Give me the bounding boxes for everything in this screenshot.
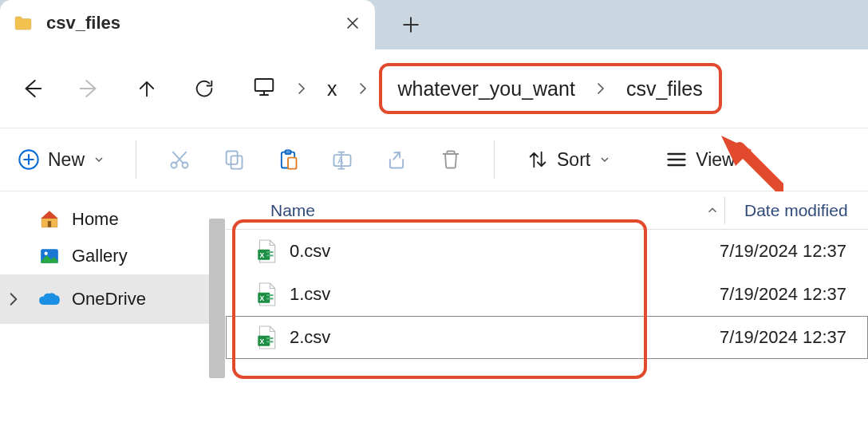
- svg-rect-27: [266, 341, 274, 342]
- chevron-right-icon[interactable]: [6, 292, 21, 306]
- up-button[interactable]: [128, 69, 166, 108]
- breadcrumb-seg-3[interactable]: csv_files: [626, 77, 703, 101]
- chevron-down-icon: [745, 155, 755, 164]
- plus-circle-icon: [18, 148, 40, 171]
- chevron-right-icon: [357, 82, 369, 95]
- tab-strip: csv_files: [0, 0, 868, 49]
- chevron-right-icon: [295, 82, 308, 95]
- view-button[interactable]: View: [665, 148, 754, 171]
- svg-rect-9: [288, 158, 297, 169]
- gallery-icon: [38, 246, 61, 266]
- delete-button[interactable]: [440, 148, 462, 171]
- tab-title: csv_files: [46, 13, 345, 34]
- file-name-label: 0.csv: [290, 241, 330, 262]
- chevron-up-icon: [707, 207, 718, 214]
- svg-rect-12: [48, 221, 51, 227]
- csv-file-icon: X: [256, 325, 277, 349]
- chevron-down-icon: [600, 155, 610, 164]
- csv-file-icon: X: [256, 282, 277, 306]
- view-icon: [665, 148, 688, 171]
- paste-icon: [277, 148, 299, 171]
- column-date[interactable]: Date modified: [725, 201, 868, 220]
- trash-icon: [440, 148, 462, 171]
- sidebar: Home Gallery OneDrive: [0, 191, 226, 426]
- separator: [494, 140, 495, 179]
- sidebar-item-gallery[interactable]: Gallery: [0, 238, 225, 274]
- new-label: New: [48, 149, 85, 171]
- rename-icon: A: [331, 148, 353, 171]
- svg-rect-26: [266, 337, 274, 339]
- copy-button[interactable]: [223, 148, 245, 171]
- chevron-right-icon: [594, 82, 607, 95]
- close-tab-button[interactable]: [345, 15, 361, 31]
- paste-button[interactable]: [277, 148, 299, 171]
- refresh-button[interactable]: [185, 69, 223, 108]
- cut-button[interactable]: [168, 148, 191, 171]
- file-date-label: 7/19/2024 12:37: [700, 241, 846, 262]
- svg-rect-0: [255, 79, 274, 91]
- sort-label: Sort: [557, 149, 590, 171]
- file-name-label: 1.csv: [290, 284, 330, 305]
- breadcrumb-seg-2[interactable]: whatever_you_want: [398, 77, 575, 101]
- toolbar: New A Sort View: [0, 128, 868, 191]
- file-row[interactable]: X 2.csv 7/19/2024 12:37: [226, 316, 868, 359]
- scrollbar-thumb[interactable]: [209, 219, 225, 378]
- sidebar-item-onedrive[interactable]: OneDrive: [0, 274, 225, 324]
- sidebar-item-label: Home: [72, 209, 119, 230]
- sidebar-item-label: Gallery: [72, 246, 128, 266]
- navigation-bar: x whatever_you_want csv_files: [0, 49, 868, 128]
- breadcrumb-prefix: x: [249, 63, 373, 114]
- svg-rect-22: [266, 294, 274, 296]
- main-area: Home Gallery OneDrive Name Date modified…: [0, 191, 868, 426]
- svg-rect-6: [231, 156, 243, 168]
- csv-file-icon: X: [256, 239, 277, 263]
- scissors-icon: [168, 148, 191, 171]
- breadcrumb-pc[interactable]: [252, 75, 276, 102]
- svg-text:X: X: [259, 294, 264, 302]
- file-name-label: 2.csv: [290, 327, 330, 348]
- file-date-label: 7/19/2024 12:37: [700, 284, 846, 305]
- file-row[interactable]: X 0.csv 7/19/2024 12:37: [226, 230, 868, 273]
- file-date-label: 7/19/2024 12:37: [700, 327, 846, 348]
- arrow-up-icon: [136, 77, 158, 100]
- sort-indicator: [700, 207, 724, 214]
- rename-button[interactable]: A: [331, 148, 353, 171]
- svg-point-15: [45, 252, 48, 255]
- active-tab[interactable]: csv_files: [0, 0, 375, 49]
- refresh-icon: [193, 77, 215, 100]
- arrow-right-icon: [77, 77, 101, 101]
- sort-icon: [527, 148, 549, 171]
- new-button[interactable]: New: [18, 148, 104, 171]
- home-icon: [38, 209, 61, 230]
- breadcrumb-seg-1[interactable]: x: [327, 77, 337, 101]
- sidebar-item-home[interactable]: Home: [0, 201, 225, 238]
- share-button[interactable]: [385, 148, 408, 171]
- arrow-left-icon: [20, 77, 44, 101]
- view-label: View: [696, 149, 735, 171]
- forward-button[interactable]: [70, 69, 108, 108]
- svg-rect-19: [266, 254, 274, 256]
- column-name[interactable]: Name: [226, 201, 700, 220]
- column-headers: Name Date modified: [226, 191, 868, 230]
- breadcrumb-highlight: whatever_you_want csv_files: [379, 63, 722, 114]
- close-icon: [346, 17, 359, 30]
- file-row[interactable]: X 1.csv 7/19/2024 12:37: [226, 273, 868, 316]
- svg-text:X: X: [259, 337, 264, 345]
- svg-rect-18: [266, 251, 274, 253]
- folder-icon: [14, 16, 32, 30]
- sort-button[interactable]: Sort: [527, 148, 610, 171]
- file-list: Name Date modified X 0.csv 7/19/2024 12:…: [226, 191, 868, 426]
- share-icon: [385, 148, 408, 171]
- onedrive-icon: [38, 289, 61, 310]
- back-button[interactable]: [13, 69, 51, 108]
- svg-rect-23: [266, 298, 274, 299]
- svg-rect-5: [227, 152, 238, 164]
- new-tab-button[interactable]: [399, 13, 423, 37]
- plus-icon: [403, 17, 419, 33]
- svg-text:A: A: [337, 156, 343, 165]
- copy-icon: [223, 148, 245, 171]
- chevron-down-icon: [94, 155, 104, 164]
- svg-text:X: X: [259, 251, 264, 259]
- separator: [136, 140, 136, 179]
- monitor-icon: [252, 75, 276, 99]
